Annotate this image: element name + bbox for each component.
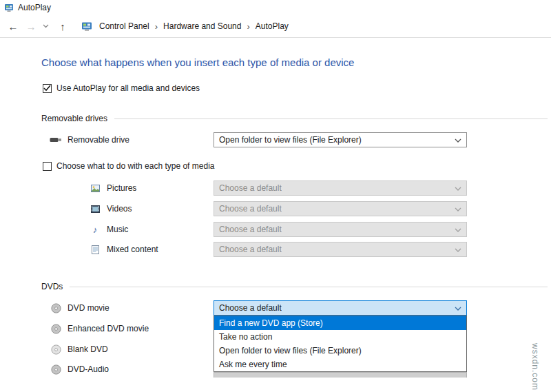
music-row: ♪ Music (89, 222, 128, 237)
breadcrumb-control-panel[interactable]: Control Panel (96, 19, 152, 33)
section-divider (114, 118, 548, 119)
recent-locations-chevron-icon[interactable] (40, 18, 51, 34)
breadcrumb-hardware-and-sound[interactable]: Hardware and Sound (160, 19, 244, 33)
section-title: Removable drives (41, 114, 107, 123)
chevron-down-icon (455, 248, 461, 252)
chevron-down-icon (455, 138, 461, 143)
use-autoplay-label: Use AutoPlay for all media and devices (56, 83, 200, 93)
dvd-movie-combobox[interactable]: Choose a default (214, 300, 467, 316)
mixed-content-combobox[interactable]: Choose a default (214, 242, 467, 257)
dvd-audio-row: DVD-Audio (50, 362, 109, 377)
pictures-icon (89, 185, 101, 192)
dvd-audio-disc-icon (50, 364, 62, 375)
removable-drive-label: Removable drive (67, 135, 129, 145)
breadcrumb-separator-icon: › (152, 21, 160, 32)
section-divider (70, 287, 548, 287)
blank-dvd-label: Blank DVD (67, 344, 108, 354)
music-icon: ♪ (89, 225, 101, 235)
chevron-down-icon (455, 307, 461, 311)
blank-dvd-row: Blank DVD (50, 342, 108, 357)
mixed-content-label: Mixed content (107, 245, 158, 254)
section-removable-drives: Removable drives (41, 113, 548, 124)
section-dvds: DVDs (41, 281, 548, 292)
title-bar: AutoPlay (0, 0, 551, 15)
page-title: Choose what happens when you insert each… (41, 56, 354, 68)
enhanced-dvd-disc-icon (50, 324, 62, 334)
breadcrumb-separator-icon: › (244, 21, 252, 32)
dvd-audio-label: DVD-Audio (67, 364, 109, 374)
use-autoplay-checkbox[interactable] (43, 84, 52, 93)
section-title: DVDs (41, 282, 63, 291)
dvd-movie-disc-icon (50, 303, 62, 313)
choose-media-label: Choose what to do with each type of medi… (56, 161, 214, 171)
navigation-toolbar: ← → ↑ Control Panel › Hardware and Sound… (0, 15, 551, 38)
videos-row: Videos (89, 201, 132, 216)
back-button[interactable]: ← (4, 18, 22, 34)
use-autoplay-row: Use AutoPlay for all media and devices (43, 83, 200, 94)
autoplay-window: AutoPlay ← → ↑ Control Panel › Hardware … (0, 0, 551, 392)
mixed-content-icon (89, 245, 101, 254)
pictures-row: Pictures (89, 180, 136, 196)
mixed-content-row: Mixed content (89, 242, 158, 257)
up-button[interactable]: ↑ (54, 18, 72, 34)
removable-drive-combobox[interactable]: Open folder to view files (File Explorer… (214, 132, 467, 147)
chevron-down-icon (455, 187, 461, 191)
choose-media-row: Choose what to do with each type of medi… (43, 161, 214, 172)
removable-drive-icon (50, 136, 62, 144)
choose-media-checkbox[interactable] (43, 162, 52, 171)
dvd-audio-combobox-partial[interactable] (214, 372, 467, 378)
blank-dvd-disc-icon (50, 344, 62, 355)
dropdown-option-open-folder[interactable]: Open folder to view files (File Explorer… (214, 344, 466, 358)
videos-combobox[interactable]: Choose a default (214, 201, 467, 216)
pictures-label: Pictures (107, 183, 136, 193)
removable-drive-row: Removable drive (50, 132, 129, 147)
forward-button[interactable]: → (22, 18, 40, 34)
dvd-movie-dropdown-list: Find a new DVD app (Store) Take no actio… (214, 316, 467, 372)
enhanced-dvd-movie-row: Enhanced DVD movie (50, 321, 149, 336)
enhanced-dvd-movie-label: Enhanced DVD movie (67, 324, 149, 333)
dropdown-option-take-no-action[interactable]: Take no action (214, 330, 466, 344)
dropdown-option-ask-every-time[interactable]: Ask me every time (214, 358, 466, 371)
dvd-movie-row: DVD movie (50, 300, 110, 316)
videos-icon (89, 205, 101, 213)
music-label: Music (107, 225, 128, 234)
dvd-movie-label: DVD movie (67, 303, 110, 313)
autoplay-app-icon (4, 3, 14, 12)
breadcrumb-autoplay[interactable]: AutoPlay (253, 19, 291, 33)
videos-label: Videos (107, 204, 132, 214)
watermark: wsxdn.com (530, 343, 540, 391)
pictures-combobox[interactable]: Choose a default (214, 180, 467, 196)
window-title: AutoPlay (18, 3, 51, 12)
control-panel-icon (81, 21, 92, 32)
music-combobox[interactable]: Choose a default (214, 222, 467, 237)
chevron-down-icon (455, 228, 461, 232)
chevron-down-icon (455, 207, 461, 212)
dropdown-option-find-new-dvd-app[interactable]: Find a new DVD app (Store) (214, 316, 466, 330)
